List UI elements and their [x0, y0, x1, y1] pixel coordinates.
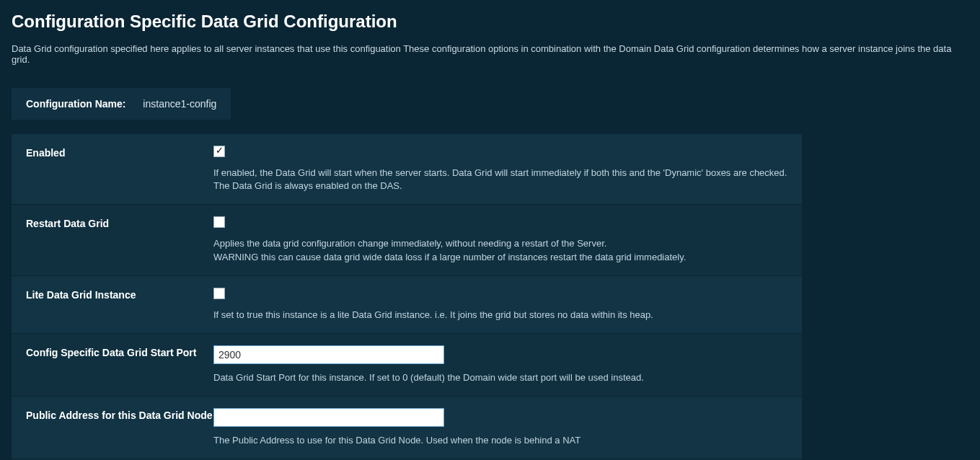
public-address-input[interactable]: [213, 408, 444, 427]
public-address-description: The Public Address to use for this Data …: [213, 434, 787, 447]
config-name-value: instance1-config: [143, 98, 216, 110]
lite-checkbox[interactable]: [213, 288, 225, 299]
start-port-row: Config Specific Data Grid Start Port Dat…: [12, 334, 802, 397]
form-container: Enabled If enabled, the Data Grid will s…: [12, 134, 802, 460]
enabled-label: Enabled: [26, 146, 213, 193]
enabled-row: Enabled If enabled, the Data Grid will s…: [12, 134, 802, 205]
restart-row: Restart Data Grid Applies the data grid …: [12, 205, 802, 275]
config-name-label: Configuration Name:: [26, 98, 125, 110]
start-port-label: Config Specific Data Grid Start Port: [26, 345, 213, 384]
page-title: Configuration Specific Data Grid Configu…: [12, 12, 968, 32]
restart-description: Applies the data grid configuration chan…: [213, 237, 787, 263]
restart-label: Restart Data Grid: [26, 216, 213, 263]
lite-description: If set to true this instance is a lite D…: [213, 309, 787, 322]
restart-checkbox[interactable]: [213, 216, 225, 228]
page-description: Data Grid configuration specified here a…: [12, 43, 968, 65]
config-name-bar: Configuration Name: instance1-config: [12, 88, 231, 120]
enabled-description: If enabled, the Data Grid will start whe…: [213, 167, 787, 193]
start-port-description: Data Grid Start Port for this instance. …: [213, 371, 787, 384]
start-port-input[interactable]: [213, 345, 444, 364]
lite-label: Lite Data Grid Instance: [26, 288, 213, 322]
public-address-row: Public Address for this Data Grid Node T…: [12, 397, 802, 459]
public-address-label: Public Address for this Data Grid Node: [26, 408, 213, 447]
enabled-checkbox[interactable]: [213, 146, 225, 157]
lite-row: Lite Data Grid Instance If set to true t…: [12, 276, 802, 334]
